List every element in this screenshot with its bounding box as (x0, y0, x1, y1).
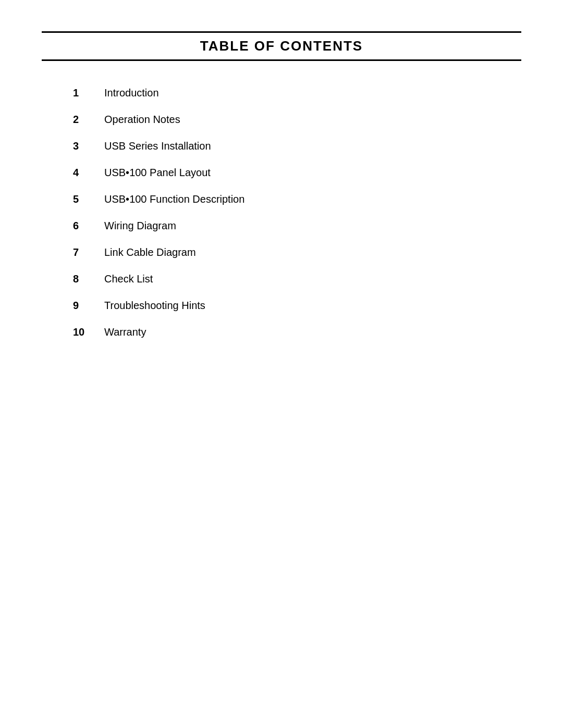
page: TABLE OF CONTENTS 1Introduction2Operatio… (0, 0, 563, 728)
toc-item-label: Operation Notes (104, 114, 180, 126)
toc-item-label: USB•100 Panel Layout (104, 167, 211, 179)
toc-item: 5USB•100 Function Description (73, 193, 521, 205)
toc-item: 2Operation Notes (73, 114, 521, 126)
toc-item: 6Wiring Diagram (73, 220, 521, 232)
toc-item-number: 3 (73, 140, 104, 152)
toc-item: 10Warranty (73, 326, 521, 338)
toc-item-number: 6 (73, 220, 104, 232)
toc-item-number: 4 (73, 167, 104, 179)
toc-item-label: Introduction (104, 87, 159, 99)
toc-item-number: 2 (73, 114, 104, 126)
toc-item-label: Warranty (104, 326, 146, 338)
toc-container: 1Introduction2Operation Notes3USB Series… (42, 87, 521, 338)
toc-item: 1Introduction (73, 87, 521, 99)
toc-item-label: Troubleshooting Hints (104, 300, 205, 312)
toc-item-label: USB•100 Function Description (104, 193, 244, 205)
toc-item-label: Wiring Diagram (104, 220, 176, 232)
header-section: TABLE OF CONTENTS (42, 31, 521, 61)
page-title: TABLE OF CONTENTS (200, 38, 363, 54)
title-bar: TABLE OF CONTENTS (42, 31, 521, 61)
toc-item-number: 10 (73, 326, 104, 338)
toc-item: 4USB•100 Panel Layout (73, 167, 521, 179)
toc-item-number: 9 (73, 300, 104, 312)
toc-item-label: USB Series Installation (104, 140, 211, 152)
toc-item: 8Check List (73, 273, 521, 285)
toc-item: 7Link Cable Diagram (73, 246, 521, 258)
toc-item: 9Troubleshooting Hints (73, 300, 521, 312)
toc-item-number: 8 (73, 273, 104, 285)
toc-item-number: 1 (73, 87, 104, 99)
toc-item-label: Link Cable Diagram (104, 246, 196, 258)
toc-item: 3USB Series Installation (73, 140, 521, 152)
toc-item-number: 5 (73, 193, 104, 205)
toc-item-label: Check List (104, 273, 153, 285)
toc-item-number: 7 (73, 246, 104, 258)
